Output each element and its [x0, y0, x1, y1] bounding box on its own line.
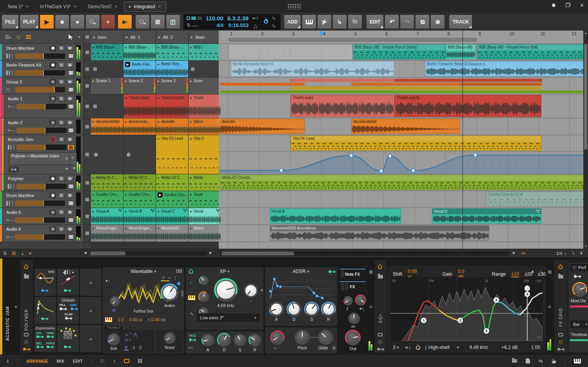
- fx-grid-grid-icon[interactable]: [559, 340, 563, 344]
- clip-cell[interactable]: Vita 03 Lead: [156, 135, 189, 174]
- transport-display[interactable]: ⇅ 110.00 4/4 8.3.2.39 0:16.553 ⇤! △ ⥀ ∿∿: [183, 14, 281, 30]
- amp-env-modout-icon[interactable]: [328, 270, 334, 273]
- tempo-timesig-display[interactable]: 110.00 4/4: [206, 15, 223, 29]
- track-stop-button[interactable]: [85, 181, 89, 184]
- sub-knob[interactable]: [107, 333, 120, 345]
- note-fx-button[interactable]: Note FX: [339, 269, 365, 279]
- clip-play-icon[interactable]: [158, 176, 160, 180]
- arranger-vertical-scrollbar[interactable]: ▲ ▼: [583, 31, 588, 249]
- track-volume-fader[interactable]: [15, 87, 65, 92]
- clip-play-icon[interactable]: [158, 210, 160, 213]
- track-menu-button[interactable]: TRACK: [449, 14, 472, 29]
- add-modulator-button[interactable]: +: [80, 297, 102, 324]
- clip-play-icon[interactable]: [125, 226, 127, 230]
- track-stop-cell[interactable]: [83, 174, 91, 191]
- position-display[interactable]: 8.3.2.39 0:16.553: [227, 15, 249, 29]
- clip-cell[interactable]: Mella 03 C...: [156, 174, 189, 191]
- track-volume-fader[interactable]: [16, 128, 67, 133]
- view-arrange[interactable]: ARRANGE: [26, 359, 48, 363]
- clip-cell[interactable]: dwindle: [156, 118, 189, 135]
- track-stop-cell[interactable]: [83, 118, 91, 135]
- mod-out-icon[interactable]: [60, 307, 65, 310]
- vol-knob[interactable]: [355, 295, 366, 306]
- fx-grid-modout-icon[interactable]: [557, 348, 563, 351]
- arranger-clip[interactable]: Berlin Firework Beat 02-bounce-1: [425, 61, 583, 76]
- track-row[interactable]: Audio 2SM⊳―: [0, 118, 83, 135]
- group-scene-cell[interactable]: Scene 2: [123, 78, 156, 94]
- group-scene-cell[interactable]: Scene 3: [156, 78, 189, 94]
- polymer-grid-icon[interactable]: [24, 340, 28, 344]
- track-solo-button[interactable]: S: [58, 96, 65, 101]
- index-knob[interactable]: [161, 284, 179, 302]
- eq-band-select[interactable]: 3: [393, 345, 399, 350]
- clip-play-icon[interactable]: [93, 120, 94, 124]
- clip-cell[interactable]: Vocal B: [123, 208, 156, 224]
- feg-decay-knob[interactable]: [217, 333, 231, 347]
- eq-band-gain-value[interactable]: +6.2 dB: [501, 345, 518, 350]
- track-record-button[interactable]: [49, 226, 56, 232]
- automation-follow-icon[interactable]: ∿: [271, 15, 276, 21]
- clip-cell[interactable]: Wavo: [189, 225, 221, 242]
- wavetable-bars-icon[interactable]: [176, 269, 182, 273]
- polymer-preset-icon[interactable]: [24, 275, 29, 278]
- clip-play-icon[interactable]: [158, 137, 160, 141]
- track-record-button[interactable]: [49, 193, 56, 198]
- eq-power-icon[interactable]: [378, 265, 382, 269]
- show-mixer-icon[interactable]: [138, 359, 143, 363]
- adaptive-grid-icon[interactable]: ⇞: [579, 251, 583, 256]
- mod-out-icon[interactable]: [64, 345, 69, 348]
- project-tab[interactable]: Integrated: [124, 2, 166, 12]
- eq-window-icon[interactable]: [378, 333, 383, 336]
- arranger-track-row[interactable]: TrashLoop1TrashLoop2b: [219, 94, 583, 118]
- track-stop-cell[interactable]: [83, 225, 91, 242]
- show-device-panel-icon[interactable]: [124, 359, 129, 363]
- clip-cell[interactable]: Vocal A: [91, 208, 123, 224]
- clip-play-icon[interactable]: [158, 120, 160, 124]
- feg-sustain-knob[interactable]: [234, 334, 246, 346]
- track-record-button[interactable]: [49, 176, 56, 181]
- clip-play-icon[interactable]: [190, 210, 192, 213]
- polymer-device-strip[interactable]: POLYMER: [20, 260, 33, 353]
- track-solo-button[interactable]: S: [58, 193, 65, 198]
- clip-play-icon[interactable]: [190, 45, 192, 49]
- clip-cell[interactable]: ▶Berlin Fire...: [123, 61, 156, 77]
- clip-play-icon[interactable]: [190, 120, 192, 124]
- follow-playhead-button[interactable]: ⋫: [317, 14, 332, 29]
- random-modulator[interactable]: [57, 325, 79, 352]
- import-button[interactable]: ↳: [332, 14, 347, 29]
- track-row[interactable]: Audio 5SM⊳―: [0, 208, 83, 225]
- track-volume-fader[interactable]: [15, 70, 65, 76]
- out-knob[interactable]: [345, 330, 361, 345]
- info-icon[interactable]: [7, 358, 9, 363]
- play-menu-button[interactable]: PLAY: [20, 14, 39, 29]
- clip-cell[interactable]: [91, 135, 123, 174]
- tab-close-icon[interactable]: [74, 5, 77, 9]
- eq-range-30[interactable]: ±30: [538, 271, 546, 277]
- clip-cell[interactable]: Vita 0: [189, 135, 221, 174]
- snap-value[interactable]: 1/4: [556, 251, 562, 256]
- index-list-icon[interactable]: [181, 291, 183, 296]
- scene-play-icon[interactable]: [158, 79, 160, 83]
- snap-magnet-icon[interactable]: ⤣: [572, 251, 575, 256]
- arranger-track-row[interactable]: Vita 04 Lead: [219, 135, 583, 152]
- group-scene-cell[interactable]: Scene 1: [91, 78, 123, 94]
- view-mix[interactable]: MIX: [56, 359, 64, 363]
- amp-env-graph[interactable]: [268, 276, 334, 300]
- clip-cell[interactable]: TrashLoop2b: [156, 94, 189, 118]
- track-volume-fader[interactable]: [16, 184, 67, 189]
- eq-spectrum-display[interactable]: 20 100 1k 10k +10 -10: [390, 277, 543, 341]
- track-mute-button[interactable]: M: [67, 137, 73, 142]
- track-stop-button[interactable]: [85, 125, 89, 128]
- clip-cell[interactable]: Wavoloid1...: [156, 225, 189, 242]
- clip-cell[interactable]: [189, 61, 221, 77]
- show-automation-icon[interactable]: ♪: [113, 358, 116, 364]
- arranger-clip[interactable]: Vita 04 Lead: [290, 136, 541, 151]
- clip-play-icon[interactable]: [190, 226, 192, 230]
- track-record-button[interactable]: [49, 79, 56, 85]
- eq-band-node[interactable]: 1: [421, 318, 426, 323]
- arranger-hscrollbar[interactable]: [220, 251, 510, 256]
- eq-preset-icon[interactable]: [378, 275, 383, 278]
- launcher-scroll-left-icon[interactable]: ◀: [84, 251, 87, 255]
- perf-modout-icon[interactable]: [574, 275, 579, 278]
- clip-cell[interactable]: Vocal C: [156, 208, 189, 224]
